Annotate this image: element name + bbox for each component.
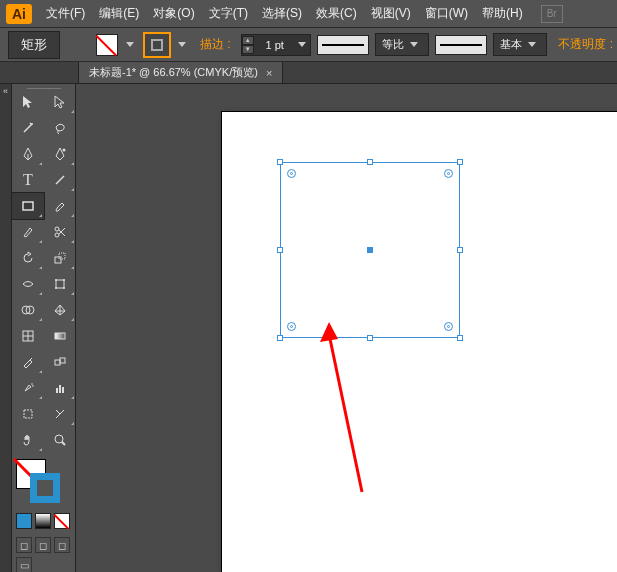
magic-wand-tool[interactable] [12, 115, 44, 141]
gradient-color-icon[interactable] [35, 513, 51, 529]
symbol-sprayer-tool[interactable] [12, 375, 44, 401]
corner-widget-bl[interactable] [287, 322, 296, 331]
menu-type[interactable]: 文字(T) [209, 5, 248, 22]
menu-bar: Ai 文件(F) 编辑(E) 对象(O) 文字(T) 选择(S) 效果(C) 视… [0, 0, 617, 28]
handle-middle-left[interactable] [277, 247, 283, 253]
scissors-tool[interactable] [44, 219, 76, 245]
handle-top-right[interactable] [457, 159, 463, 165]
handle-bottom-left[interactable] [277, 335, 283, 341]
svg-rect-24 [24, 410, 32, 418]
draw-inside-icon[interactable]: ◻ [54, 537, 70, 553]
handle-bottom-right[interactable] [457, 335, 463, 341]
selected-rectangle[interactable] [280, 162, 460, 338]
svg-rect-22 [59, 385, 61, 393]
fill-swatch[interactable] [96, 34, 118, 56]
menu-object[interactable]: 对象(O) [153, 5, 194, 22]
stroke-label: 描边 : [200, 36, 231, 53]
mesh-tool[interactable] [12, 323, 44, 349]
menu-view[interactable]: 视图(V) [371, 5, 411, 22]
type-tool[interactable]: T [12, 167, 44, 193]
svg-rect-3 [23, 202, 33, 210]
stroke-weight-field[interactable] [254, 39, 296, 51]
eyedropper-tool[interactable] [12, 349, 44, 375]
menu-select[interactable]: 选择(S) [262, 5, 302, 22]
stroke-color-box[interactable] [30, 473, 60, 503]
corner-widget-br[interactable] [444, 322, 453, 331]
svg-point-0 [31, 123, 33, 125]
pen-tool[interactable] [12, 141, 44, 167]
menu-edit[interactable]: 编辑(E) [99, 5, 139, 22]
center-point[interactable] [367, 247, 373, 253]
solid-color-icon[interactable] [16, 513, 32, 529]
paintbrush-tool[interactable] [44, 193, 76, 219]
stroke-dropdown-caret[interactable] [178, 42, 186, 47]
screen-mode-icon[interactable]: ▭ [16, 557, 32, 572]
artboard-tool[interactable] [12, 401, 44, 427]
column-graph-tool[interactable] [44, 375, 76, 401]
draw-behind-icon[interactable]: ◻ [35, 537, 51, 553]
hand-tool[interactable] [12, 427, 44, 453]
svg-point-20 [32, 385, 34, 387]
brush-sample[interactable] [435, 35, 487, 55]
svg-point-19 [31, 383, 33, 385]
width-tool[interactable] [12, 271, 44, 297]
document-tab[interactable]: 未标题-1* @ 66.67% (CMYK/预览) × [78, 61, 283, 84]
svg-point-11 [55, 287, 57, 289]
draw-normal-icon[interactable]: ◻ [16, 537, 32, 553]
stroke-up-icon[interactable]: ▲ [242, 36, 254, 45]
svg-point-1 [63, 149, 66, 152]
bridge-icon[interactable]: Br [541, 5, 563, 23]
screen-mode-row: ▭ [12, 555, 75, 572]
fill-dropdown-caret[interactable] [126, 42, 134, 47]
corner-widget-tr[interactable] [444, 169, 453, 178]
selection-tool[interactable] [12, 89, 44, 115]
artboard[interactable] [222, 112, 617, 572]
free-transform-tool[interactable] [44, 271, 76, 297]
direct-selection-tool[interactable] [44, 89, 76, 115]
brush-dropdown[interactable]: 基本 [493, 33, 547, 56]
zoom-tool[interactable] [44, 427, 76, 453]
menu-file[interactable]: 文件(F) [46, 5, 85, 22]
menu-effect[interactable]: 效果(C) [316, 5, 357, 22]
line-profile-sample[interactable] [317, 35, 369, 55]
toolbox: T [12, 84, 76, 572]
handle-middle-right[interactable] [457, 247, 463, 253]
rotate-tool[interactable] [12, 245, 44, 271]
opacity-label[interactable]: 不透明度 : [558, 36, 613, 53]
stroke-down-icon[interactable]: ▼ [242, 45, 254, 54]
svg-rect-8 [56, 280, 64, 288]
rectangle-tool[interactable] [12, 193, 44, 219]
svg-point-9 [55, 279, 57, 281]
stroke-weight-input[interactable]: ▲ ▼ [241, 34, 311, 56]
gradient-tool[interactable] [44, 323, 76, 349]
document-tab-bar: 未标题-1* @ 66.67% (CMYK/预览) × [0, 62, 617, 84]
svg-point-10 [63, 279, 65, 281]
scale-tool[interactable] [44, 245, 76, 271]
slice-tool[interactable] [44, 401, 76, 427]
corner-widget-tl[interactable] [287, 169, 296, 178]
menu-window[interactable]: 窗口(W) [425, 5, 468, 22]
stroke-swatch[interactable] [144, 33, 170, 57]
none-color-icon[interactable] [54, 513, 70, 529]
blend-tool[interactable] [44, 349, 76, 375]
line-profile-dropdown[interactable]: 等比 [375, 33, 429, 56]
line-tool[interactable] [44, 167, 76, 193]
canvas-area[interactable] [76, 84, 617, 572]
app-icon: Ai [6, 4, 32, 24]
close-icon[interactable]: × [266, 67, 272, 79]
stroke-weight-caret[interactable] [298, 42, 306, 47]
pencil-tool[interactable] [12, 219, 44, 245]
handle-top-middle[interactable] [367, 159, 373, 165]
svg-rect-6 [55, 257, 61, 263]
fill-stroke-area [12, 453, 75, 511]
curvature-pen-tool[interactable] [44, 141, 76, 167]
svg-line-2 [56, 176, 64, 184]
panel-collapse-strip[interactable]: « [0, 84, 12, 572]
svg-rect-21 [56, 388, 58, 393]
lasso-tool[interactable] [44, 115, 76, 141]
handle-bottom-middle[interactable] [367, 335, 373, 341]
shape-builder-tool[interactable] [12, 297, 44, 323]
handle-top-left[interactable] [277, 159, 283, 165]
menu-help[interactable]: 帮助(H) [482, 5, 523, 22]
perspective-tool[interactable] [44, 297, 76, 323]
